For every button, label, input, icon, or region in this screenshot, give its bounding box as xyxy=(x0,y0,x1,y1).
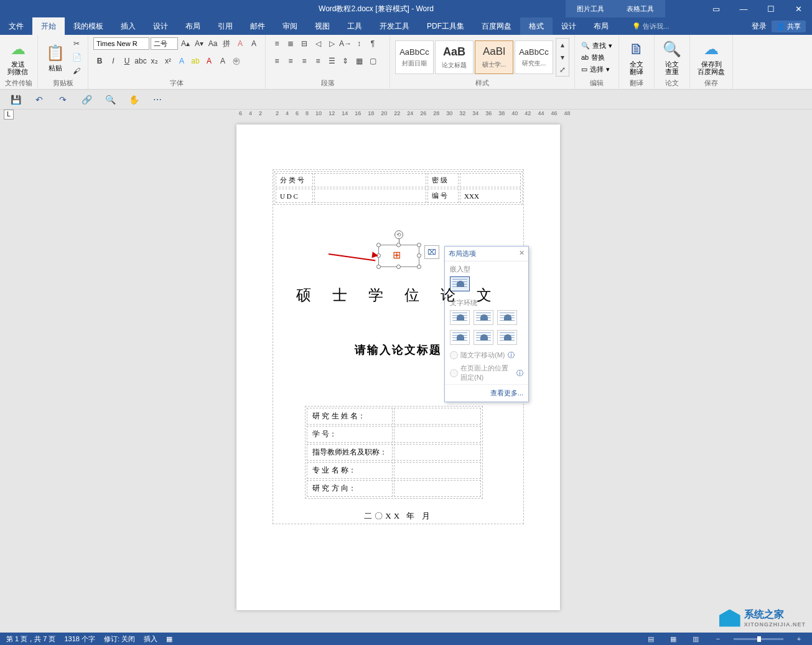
numbering-icon[interactable]: ≣ xyxy=(284,37,297,50)
tab-tools[interactable]: 工具 xyxy=(338,17,371,35)
tab-baidu[interactable]: 百度网盘 xyxy=(473,17,520,35)
doc-fields-table[interactable]: 研 究 生 姓 名： 学 号： 指导教师姓名及职称： 专 业 名 称： 研 究 … xyxy=(305,406,483,499)
thesis-check-button[interactable]: 🔍 论文 查重 xyxy=(660,38,684,77)
wrap-tight-icon[interactable] xyxy=(474,310,493,325)
save-icon[interactable]: 💾 xyxy=(9,93,22,106)
font-color-icon[interactable]: A xyxy=(203,55,215,67)
ltr-icon[interactable]: A→ xyxy=(339,37,352,50)
font-size-select[interactable] xyxy=(151,37,178,50)
font-name-select[interactable] xyxy=(93,37,149,50)
contextual-tab-table[interactable]: 表格工具 xyxy=(615,0,665,17)
sort-icon[interactable]: ↕ xyxy=(353,37,365,50)
line-spacing-icon[interactable]: ⇕ xyxy=(339,55,352,67)
text-effects-icon[interactable]: A xyxy=(175,55,188,67)
ribbon-options-icon[interactable]: ▭ xyxy=(702,0,730,17)
undo-icon[interactable]: ↶ xyxy=(32,93,46,106)
resize-handle[interactable] xyxy=(417,253,421,258)
word-count[interactable]: 1318 个字 xyxy=(64,634,95,644)
zoom-slider[interactable] xyxy=(734,638,783,640)
zoom-out-icon[interactable]: − xyxy=(711,634,725,644)
multilevel-icon[interactable]: ⊟ xyxy=(298,37,310,50)
tab-templates[interactable]: 我的模板 xyxy=(65,17,112,35)
document-page[interactable]: 分 类 号密 级 U D C编 号XXX ⟲ ⊞ ⌧ 布局选项 ✕ 嵌入型 xyxy=(236,125,560,610)
touch-icon[interactable]: ✋ xyxy=(127,93,141,106)
char-border-icon[interactable]: A xyxy=(248,37,260,50)
tab-layout2[interactable]: 布局 xyxy=(585,17,617,35)
paste-button[interactable]: 📋 粘贴 xyxy=(43,42,68,73)
preview-icon[interactable]: 🔍 xyxy=(103,93,117,106)
tab-selector[interactable]: L xyxy=(4,110,14,120)
close-icon[interactable]: ✕ xyxy=(785,0,812,17)
close-popup-icon[interactable]: ✕ xyxy=(519,249,525,258)
resize-handle[interactable] xyxy=(396,265,401,269)
web-layout-icon[interactable]: ▥ xyxy=(689,634,702,644)
distribute-icon[interactable]: ☰ xyxy=(325,55,338,67)
maximize-icon[interactable]: ☐ xyxy=(757,0,785,17)
shrink-font-icon[interactable]: A▾ xyxy=(193,37,205,50)
bold-icon[interactable]: B xyxy=(93,55,106,67)
italic-icon[interactable]: I xyxy=(107,55,119,67)
format-painter-icon[interactable]: 🖌 xyxy=(70,65,83,77)
highlight-icon[interactable]: ab xyxy=(189,55,202,67)
page-status[interactable]: 第 1 页，共 7 页 xyxy=(6,634,55,644)
doc-title[interactable]: 硕 士 学 位 论 文 xyxy=(236,285,560,305)
style-expand-icon[interactable]: ⤢ xyxy=(556,64,569,76)
char-shading-icon[interactable]: A xyxy=(217,55,229,67)
style-scroll-up-icon[interactable]: ▴ xyxy=(556,39,569,51)
selected-image-object[interactable]: ⟲ ⊞ xyxy=(378,245,419,267)
login-link[interactable]: 登录 xyxy=(752,21,767,32)
bullets-icon[interactable]: ≡ xyxy=(271,37,283,50)
resize-handle[interactable] xyxy=(376,243,381,247)
resize-handle[interactable] xyxy=(417,265,421,269)
resize-handle[interactable] xyxy=(396,243,401,247)
save-to-cloud-button[interactable]: ☁ 保存到百度网盘 xyxy=(695,38,727,77)
contextual-tab-picture[interactable]: 图片工具 xyxy=(566,0,615,17)
show-marks-icon[interactable]: ¶ xyxy=(366,37,379,50)
print-layout-icon[interactable]: ▦ xyxy=(666,634,680,644)
find-button[interactable]: 🔍 查找 ▾ xyxy=(580,40,614,51)
style-scroll-down-icon[interactable]: ▾ xyxy=(556,51,569,64)
doc-subtitle[interactable]: 请输入论文标题 xyxy=(236,342,560,357)
subscript-icon[interactable]: x₂ xyxy=(148,55,161,67)
select-button[interactable]: ▭ 选择 ▾ xyxy=(580,64,614,75)
fix-position-radio[interactable]: 在页面上的位置固定(N) ⓘ xyxy=(445,362,528,384)
tab-dev[interactable]: 开发工具 xyxy=(371,17,418,35)
doc-date[interactable]: 二〇XX 年 月 xyxy=(236,511,560,522)
macro-icon[interactable]: ▦ xyxy=(166,635,172,643)
minimize-icon[interactable]: — xyxy=(730,0,757,17)
tell-me-input[interactable]: 💡 告诉我... xyxy=(617,22,669,31)
style-item-2[interactable]: AaBl硕士学... xyxy=(475,40,513,74)
layout-options-button[interactable]: ⌧ xyxy=(424,245,439,259)
share-button[interactable]: 👤 共享 xyxy=(772,21,806,32)
borders-icon[interactable]: ▢ xyxy=(366,55,379,67)
style-item-0[interactable]: AaBbCc封面日期 xyxy=(395,40,434,74)
wrap-square-icon[interactable] xyxy=(450,310,470,325)
tab-file[interactable]: 文件 xyxy=(0,17,32,35)
replace-button[interactable]: ab 替换 xyxy=(580,52,614,63)
decrease-indent-icon[interactable]: ◁ xyxy=(312,37,324,50)
align-left-icon[interactable]: ≡ xyxy=(271,55,283,67)
tab-layout[interactable]: 布局 xyxy=(177,17,209,35)
more-icon[interactable]: ⋯ xyxy=(151,93,164,106)
read-mode-icon[interactable]: ▤ xyxy=(644,634,658,644)
enclose-char-icon[interactable]: ㊥ xyxy=(230,55,243,67)
phonetic-icon[interactable]: 拼 xyxy=(220,37,233,50)
track-status[interactable]: 修订: 关闭 xyxy=(104,634,135,644)
vertical-ruler[interactable] xyxy=(0,110,15,633)
shading-icon[interactable]: ▦ xyxy=(353,55,365,67)
style-gallery[interactable]: AaBbCc封面日期 AaB论文标题 AaBl硕士学... AaBbCc研究生.… xyxy=(395,40,553,74)
clear-format-icon[interactable]: A xyxy=(234,37,246,50)
tab-format[interactable]: 格式 xyxy=(520,17,553,35)
increase-indent-icon[interactable]: ▷ xyxy=(325,37,338,50)
grow-font-icon[interactable]: A▴ xyxy=(179,37,192,50)
rotate-handle[interactable]: ⟲ xyxy=(394,230,403,239)
tab-pdf[interactable]: PDF工具集 xyxy=(418,17,473,35)
style-item-1[interactable]: AaB论文标题 xyxy=(435,40,474,74)
align-justify-icon[interactable]: ≡ xyxy=(312,55,324,67)
resize-handle[interactable] xyxy=(417,243,421,247)
tab-references[interactable]: 引用 xyxy=(209,17,241,35)
resize-handle[interactable] xyxy=(376,265,381,269)
strike-icon[interactable]: abc xyxy=(134,55,147,67)
tab-home[interactable]: 开始 xyxy=(32,17,65,35)
tab-mailings[interactable]: 邮件 xyxy=(241,17,274,35)
